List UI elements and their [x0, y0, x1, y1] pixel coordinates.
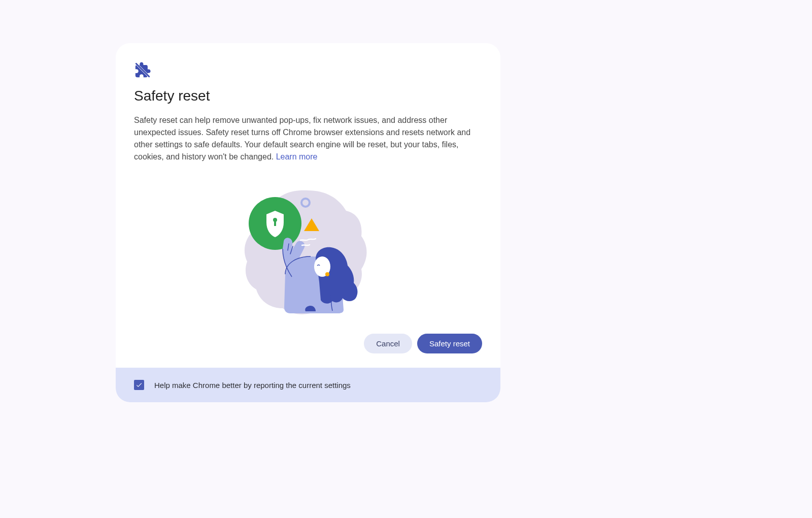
svg-point-5	[325, 272, 329, 276]
dialog-description: Safety reset can help remove unwanted po…	[134, 114, 482, 163]
cancel-button[interactable]: Cancel	[364, 334, 412, 353]
svg-rect-2	[274, 221, 276, 226]
extension-off-icon	[134, 61, 482, 81]
safety-reset-dialog: Safety reset Safety reset can help remov…	[116, 43, 500, 402]
report-settings-checkbox[interactable]	[134, 380, 144, 390]
learn-more-link[interactable]: Learn more	[276, 152, 318, 161]
safety-illustration	[134, 175, 482, 317]
checkbox-label: Help make Chrome better by reporting the…	[154, 381, 351, 390]
button-row: Cancel Safety reset	[134, 332, 482, 353]
dialog-footer: Help make Chrome better by reporting the…	[116, 368, 500, 402]
dialog-title: Safety reset	[134, 88, 482, 104]
dialog-content: Safety reset Safety reset can help remov…	[116, 43, 500, 368]
safety-reset-button[interactable]: Safety reset	[417, 334, 482, 353]
checkmark-icon	[136, 381, 143, 388]
